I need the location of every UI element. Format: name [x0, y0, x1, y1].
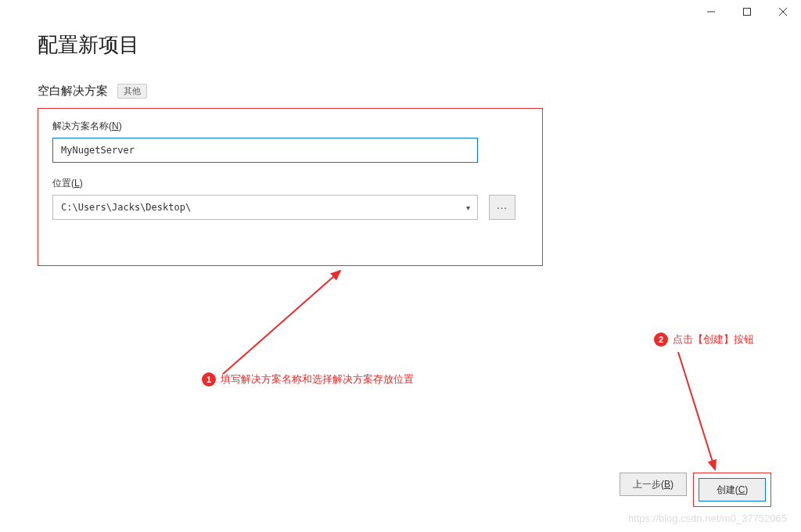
- create-highlight-box: 创建(C): [693, 473, 771, 507]
- create-button[interactable]: 创建(C): [699, 478, 766, 501]
- maximize-button[interactable]: [729, 0, 765, 23]
- solution-type-label: 空白解决方案: [38, 84, 108, 99]
- svg-line-5: [223, 271, 340, 374]
- tag-other: 其他: [117, 84, 147, 99]
- annotation-badge-1: 1: [202, 372, 216, 386]
- location-input[interactable]: [52, 195, 478, 220]
- page-title: 配置新项目: [38, 31, 763, 59]
- annotation-text-2: 点击【创建】按钮: [673, 332, 754, 347]
- watermark: https://blog.csdn.net/m0_37752065: [628, 512, 787, 524]
- browse-button[interactable]: ...: [489, 195, 515, 220]
- annotation-arrow-2: [666, 346, 729, 477]
- annotation-2: 2 点击【创建】按钮: [654, 332, 754, 347]
- annotation-badge-2: 2: [654, 332, 668, 347]
- annotation-arrow-1: [215, 264, 356, 386]
- minimize-button[interactable]: [693, 0, 729, 23]
- close-button[interactable]: [765, 0, 801, 23]
- svg-rect-1: [744, 9, 751, 16]
- annotation-text-1: 填写解决方案名称和选择解决方案存放位置: [221, 372, 414, 386]
- form-highlight-box: 解决方案名称(N) 位置(L) ▾ ...: [38, 108, 543, 266]
- svg-line-7: [678, 352, 715, 469]
- back-button[interactable]: 上一步(B): [620, 473, 687, 496]
- solution-name-label: 解决方案名称(N): [52, 120, 528, 133]
- solution-name-input[interactable]: [52, 138, 478, 163]
- location-label: 位置(L): [52, 177, 528, 190]
- annotation-1: 1 填写解决方案名称和选择解决方案存放位置: [202, 372, 414, 386]
